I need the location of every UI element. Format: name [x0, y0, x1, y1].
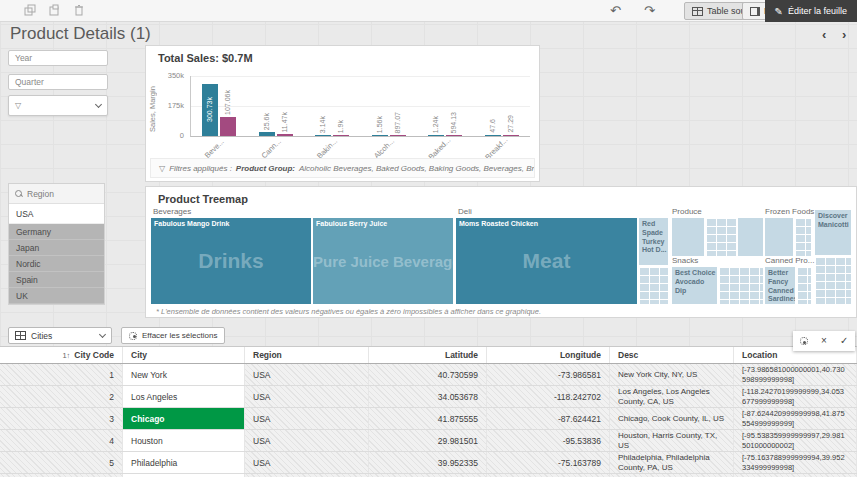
y-tick: 350k [154, 71, 184, 80]
bar-wrap: 300.73k [202, 75, 218, 136]
paste-icon[interactable] [48, 4, 62, 18]
bar-sales[interactable] [259, 132, 275, 136]
column-header-city-code[interactable]: 1↑City Code [0, 347, 123, 363]
bar-margin[interactable] [446, 135, 462, 136]
cell-city-code[interactable]: 2 [0, 386, 123, 407]
cell-city-code[interactable]: 5 [0, 452, 123, 473]
region-item-germany[interactable]: Germany [9, 224, 104, 240]
cell-city[interactable]: Philadelphia [123, 452, 245, 473]
cell-longitude[interactable]: -73.986581 [487, 364, 610, 385]
applied-filters-strip[interactable]: ▽ Filtres appliqués : Product Group: Alc… [150, 158, 535, 178]
region-list: USAGermanyJapanNordicSpainUK [9, 204, 104, 304]
cell-city[interactable]: New York [123, 364, 245, 385]
cell-city-code[interactable]: 1 [0, 364, 123, 385]
cell-latitude[interactable]: 29.981501 [369, 430, 487, 451]
cell-region[interactable]: USA [245, 386, 369, 407]
redo-icon[interactable]: ↷ [644, 0, 655, 22]
treemap-block[interactable]: Best Choice Avocado Dip [672, 267, 717, 304]
treemap-block[interactable] [795, 218, 811, 256]
column-header-latitude[interactable]: Latitude [369, 347, 487, 363]
bar-margin[interactable] [503, 135, 519, 136]
cell-city[interactable]: Houston [123, 430, 245, 451]
cell-longitude[interactable]: -75.163789 [487, 452, 610, 473]
bar-sales[interactable] [315, 135, 331, 136]
cell-region[interactable]: USA [245, 364, 369, 385]
cell-city[interactable]: Los Angeles [123, 386, 245, 407]
treemap-block[interactable]: Fabulous Mango DrinkDrinks [151, 218, 311, 304]
treemap-block[interactable]: Fabulous Berry JuicePure Juice Beverages [313, 218, 453, 304]
cell-longitude[interactable]: -118.242702 [487, 386, 610, 407]
cell-city-code[interactable]: 4 [0, 430, 123, 451]
column-header-label: City [131, 350, 147, 360]
column-header-longitude[interactable]: Longitude [487, 347, 610, 363]
region-item-japan[interactable]: Japan [9, 240, 104, 256]
cell-region[interactable]: USA [245, 408, 369, 429]
column-header-desc[interactable]: Desc [610, 347, 734, 363]
cell-location[interactable]: [-75.163788999999994,39.952334999999998] [734, 452, 857, 473]
next-sheet-chevron[interactable]: › [842, 27, 846, 42]
prev-sheet-chevron[interactable]: ‹ [822, 27, 826, 42]
treemap-block[interactable] [797, 267, 811, 304]
cell-location[interactable]: [-87.624420999999998,41.875554999999999] [734, 408, 857, 429]
bar-margin[interactable] [277, 134, 293, 136]
treemap-block[interactable] [672, 218, 704, 256]
treemap-block[interactable]: Red Spade Turkey Hot D... [639, 218, 668, 265]
cancel-selection-icon[interactable]: × [821, 336, 827, 346]
cell-location[interactable]: [-118.24270199999999,34.053677999999998] [734, 386, 857, 407]
cell-desc[interactable]: Los Angeles, Los Angeles County, CA, US [610, 386, 734, 407]
bar-sales[interactable] [372, 135, 388, 136]
edit-sheet-button[interactable]: ✎ Éditer la feuille [765, 0, 857, 22]
cell-longitude[interactable]: -87.624421 [487, 408, 610, 429]
bar-margin[interactable] [220, 117, 236, 136]
cell-desc[interactable]: Houston, Harris County, TX, US [610, 430, 734, 451]
region-item-uk[interactable]: UK [9, 288, 104, 304]
bar-margin[interactable] [333, 135, 349, 136]
year-filter[interactable]: Year [8, 50, 108, 66]
treemap-block-label: Moms Roasted Chicken [459, 220, 538, 229]
cell-longitude[interactable]: -95.53836 [487, 430, 610, 451]
treemap-block[interactable]: Better Fancy Canned Sardines [765, 267, 795, 304]
bar-sales[interactable] [485, 135, 501, 136]
cell-location[interactable]: [-73.986581000000001,40.730598999999998] [734, 364, 857, 385]
cell-city[interactable]: Chicago [123, 408, 245, 429]
column-header-city[interactable]: City [123, 347, 245, 363]
region-item-usa[interactable]: USA [9, 204, 104, 224]
treemap-block[interactable] [738, 218, 763, 256]
cell-desc[interactable]: Chicago, Cook County, IL, US [610, 408, 734, 429]
delete-icon[interactable] [73, 4, 87, 18]
region-item-nordic[interactable]: Nordic [9, 256, 104, 272]
cell-region[interactable]: USA [245, 430, 369, 451]
treemap-block[interactable]: Discover Manicotti [815, 210, 851, 255]
cell-region[interactable]: USA [245, 452, 369, 473]
treemap-block[interactable]: Moms Roasted ChickenMeat [456, 218, 637, 304]
cell-latitude[interactable]: 34.053678 [369, 386, 487, 407]
bar-sales[interactable] [428, 135, 444, 136]
region-listbox-header[interactable]: Region [9, 184, 104, 204]
cell-desc[interactable]: Philadelphia, Philadelphia County, PA, U… [610, 452, 734, 473]
bar-group-Beve: 300.73k107.06kBeve... [201, 75, 237, 136]
undo-icon[interactable]: ↶ [610, 0, 621, 22]
cell-city-code[interactable]: 3 [0, 408, 123, 429]
bar-margin[interactable] [390, 135, 406, 136]
confirm-selection-icon[interactable]: ✓ [840, 336, 848, 346]
cell-desc[interactable]: New York City, NY, US [610, 364, 734, 385]
clear-selections-button[interactable]: Effacer les sélections [121, 327, 225, 344]
cell-latitude[interactable]: 41.875555 [369, 408, 487, 429]
treemap-block[interactable] [765, 218, 793, 256]
bar-wrap: 1.24k [428, 75, 444, 136]
duplicate-icon[interactable] [24, 4, 38, 18]
region-item-spain[interactable]: Spain [9, 272, 104, 288]
bar-group-Baked: 1.24k594.13Baked... [427, 75, 463, 136]
cities-select[interactable]: Cities [8, 327, 112, 344]
treemap-block[interactable] [815, 257, 851, 304]
cell-latitude[interactable]: 39.952335 [369, 452, 487, 473]
treemap-block[interactable] [639, 267, 668, 304]
column-header-region[interactable]: Region [245, 347, 369, 363]
filter-dropdown[interactable]: ▽ [8, 95, 108, 116]
treemap-block[interactable] [706, 218, 736, 256]
quarter-filter[interactable]: Quarter [8, 74, 108, 90]
cell-latitude[interactable]: 40.730599 [369, 364, 487, 385]
treemap-block[interactable] [719, 267, 763, 304]
lasso-icon[interactable] [800, 337, 808, 345]
cell-location[interactable]: [-95.538359999999997,29.981501000000002] [734, 430, 857, 451]
